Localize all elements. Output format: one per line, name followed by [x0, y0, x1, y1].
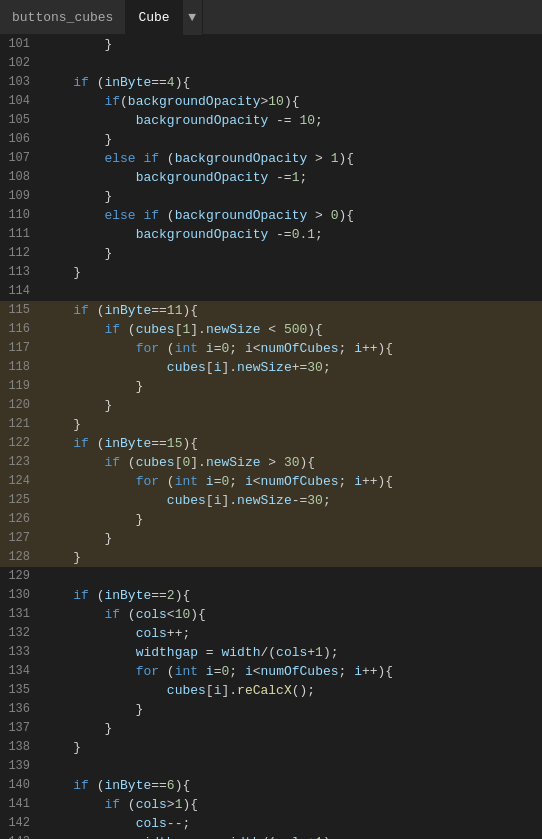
code-line: 116 if (cubes[1].newSize < 500){: [0, 320, 542, 339]
line-content: }: [38, 396, 542, 415]
line-content: widthgap = width/(cols+1);: [38, 643, 542, 662]
line-number: 114: [0, 282, 38, 301]
line-content: cubes[i].newSize-=30;: [38, 491, 542, 510]
line-number: 118: [0, 358, 38, 377]
line-number: 110: [0, 206, 38, 225]
code-line: 114: [0, 282, 542, 301]
line-content: }: [38, 510, 542, 529]
line-content: else if (backgroundOpacity > 1){: [38, 149, 542, 168]
line-number: 143: [0, 833, 38, 839]
code-line: 105 backgroundOpacity -= 10;: [0, 111, 542, 130]
line-content: if (cubes[1].newSize < 500){: [38, 320, 542, 339]
code-line: 117 for (int i=0; i<numOfCubes; i++){: [0, 339, 542, 358]
code-line: 131 if (cols<10){: [0, 605, 542, 624]
line-number: 139: [0, 757, 38, 776]
tab-buttons-cubes[interactable]: buttons_cubes: [0, 0, 126, 35]
line-content: if (cubes[0].newSize > 30){: [38, 453, 542, 472]
line-content: }: [38, 700, 542, 719]
line-number: 125: [0, 491, 38, 510]
code-line: 139: [0, 757, 542, 776]
line-content: for (int i=0; i<numOfCubes; i++){: [38, 339, 542, 358]
line-content: for (int i=0; i<numOfCubes; i++){: [38, 472, 542, 491]
line-content: if (inByte==4){: [38, 73, 542, 92]
line-content: backgroundOpacity -= 10;: [38, 111, 542, 130]
tab-bar: buttons_cubes Cube ▼: [0, 0, 542, 35]
line-number: 113: [0, 263, 38, 282]
line-number: 138: [0, 738, 38, 757]
line-number: 116: [0, 320, 38, 339]
line-number: 135: [0, 681, 38, 700]
code-line: 134 for (int i=0; i<numOfCubes; i++){: [0, 662, 542, 681]
dropdown-arrow-icon: ▼: [188, 10, 196, 25]
code-line: 108 backgroundOpacity -=1;: [0, 168, 542, 187]
line-content: cubes[i].newSize+=30;: [38, 358, 542, 377]
code-line: 141 if (cols>1){: [0, 795, 542, 814]
line-content: if (cols>1){: [38, 795, 542, 814]
line-content: if (inByte==15){: [38, 434, 542, 453]
line-number: 109: [0, 187, 38, 206]
line-number: 103: [0, 73, 38, 92]
line-content: }: [38, 719, 542, 738]
line-number: 126: [0, 510, 38, 529]
code-line: 119 }: [0, 377, 542, 396]
code-line: 101 }: [0, 35, 542, 54]
line-content: }: [38, 187, 542, 206]
line-content: if (inByte==2){: [38, 586, 542, 605]
code-area: 101 }102103 if (inByte==4){104 if(backgr…: [0, 35, 542, 839]
line-number: 124: [0, 472, 38, 491]
line-content: if(backgroundOpacity>10){: [38, 92, 542, 111]
tab-label-buttons-cubes: buttons_cubes: [12, 10, 113, 25]
code-line: 122 if (inByte==15){: [0, 434, 542, 453]
code-line: 111 backgroundOpacity -=0.1;: [0, 225, 542, 244]
code-line: 112 }: [0, 244, 542, 263]
line-number: 136: [0, 700, 38, 719]
line-number: 132: [0, 624, 38, 643]
code-line: 135 cubes[i].reCalcX();: [0, 681, 542, 700]
line-number: 128: [0, 548, 38, 567]
code-line: 125 cubes[i].newSize-=30;: [0, 491, 542, 510]
code-line: 124 for (int i=0; i<numOfCubes; i++){: [0, 472, 542, 491]
line-number: 107: [0, 149, 38, 168]
code-line: 104 if(backgroundOpacity>10){: [0, 92, 542, 111]
line-content: }: [38, 548, 542, 567]
line-number: 127: [0, 529, 38, 548]
line-content: else if (backgroundOpacity > 0){: [38, 206, 542, 225]
code-line: 118 cubes[i].newSize+=30;: [0, 358, 542, 377]
code-line: 113 }: [0, 263, 542, 282]
line-content: }: [38, 415, 542, 434]
tab-label-cube: Cube: [138, 10, 169, 25]
code-line: 143 widthgap = width/(cols+1);: [0, 833, 542, 839]
line-number: 141: [0, 795, 38, 814]
code-line: 133 widthgap = width/(cols+1);: [0, 643, 542, 662]
code-line: 110 else if (backgroundOpacity > 0){: [0, 206, 542, 225]
line-number: 142: [0, 814, 38, 833]
code-line: 107 else if (backgroundOpacity > 1){: [0, 149, 542, 168]
line-content: backgroundOpacity -=1;: [38, 168, 542, 187]
code-line: 137 }: [0, 719, 542, 738]
line-number: 111: [0, 225, 38, 244]
line-content: }: [38, 529, 542, 548]
line-content: if (inByte==6){: [38, 776, 542, 795]
code-line: 121 }: [0, 415, 542, 434]
tab-cube[interactable]: Cube: [126, 0, 182, 35]
line-number: 123: [0, 453, 38, 472]
line-content: if (cols<10){: [38, 605, 542, 624]
line-number: 104: [0, 92, 38, 111]
code-line: 142 cols--;: [0, 814, 542, 833]
line-number: 137: [0, 719, 38, 738]
code-line: 130 if (inByte==2){: [0, 586, 542, 605]
tab-dropdown[interactable]: ▼: [183, 0, 203, 35]
line-content: if (inByte==11){: [38, 301, 542, 320]
line-content: }: [38, 263, 542, 282]
line-content: }: [38, 738, 542, 757]
line-content: backgroundOpacity -=0.1;: [38, 225, 542, 244]
line-number: 120: [0, 396, 38, 415]
line-number: 115: [0, 301, 38, 320]
code-line: 115 if (inByte==11){: [0, 301, 542, 320]
line-number: 105: [0, 111, 38, 130]
line-number: 140: [0, 776, 38, 795]
line-content: }: [38, 244, 542, 263]
code-line: 127 }: [0, 529, 542, 548]
line-content: cols++;: [38, 624, 542, 643]
code-line: 120 }: [0, 396, 542, 415]
